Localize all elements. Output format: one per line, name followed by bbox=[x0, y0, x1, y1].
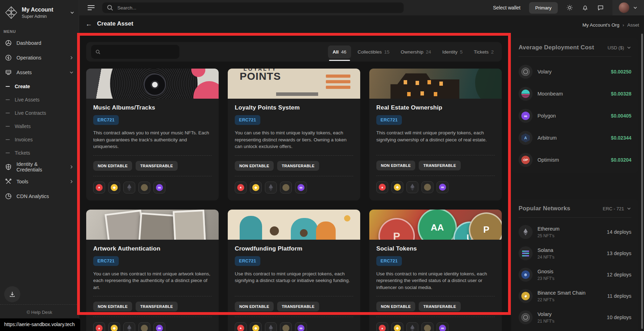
cost-row: Volary $0.00250 bbox=[519, 65, 631, 79]
subitem-dash bbox=[6, 153, 10, 153]
back-button[interactable]: ← bbox=[85, 21, 92, 27]
tab-count: 24 bbox=[426, 49, 431, 55]
chevron-down-icon bbox=[69, 70, 74, 75]
tab-label: Identity bbox=[442, 49, 458, 55]
download-button[interactable] bbox=[4, 286, 20, 302]
card-tags: NON EDITABLE TRANSFERABLE bbox=[93, 302, 212, 311]
theme-sun-icon[interactable] bbox=[566, 4, 573, 11]
sidebar-subitem-invoices[interactable]: Invoices bbox=[2, 133, 77, 146]
select-wallet-link[interactable]: Select wallet bbox=[493, 5, 521, 10]
asset-search-input[interactable] bbox=[103, 49, 175, 55]
card-tags: NON EDITABLE TRANSFERABLE bbox=[235, 302, 353, 311]
sidebar-item-assets[interactable]: Assets bbox=[2, 65, 77, 80]
tag-non-editable: NON EDITABLE bbox=[235, 161, 274, 171]
tag-transferable: TRANSFERABLE bbox=[277, 161, 319, 171]
sidebar-item-dashboard[interactable]: Dashboard bbox=[2, 36, 77, 50]
sidebar-item-operations[interactable]: Operations bbox=[2, 50, 77, 65]
category-tabs: All46 Collectibles15 Ownership24 Identit… bbox=[328, 45, 498, 58]
org-switcher[interactable]: My Account Super Admin bbox=[0, 0, 79, 24]
network-nfts: 21 NFT's bbox=[537, 319, 554, 324]
tab-all[interactable]: All46 bbox=[328, 45, 351, 58]
chevron-right-icon bbox=[69, 164, 74, 169]
network-deploys: 14 deploys bbox=[607, 229, 631, 235]
sidebar-subitem-create[interactable]: Create bbox=[2, 80, 77, 93]
erc721-badge: ERC721 bbox=[93, 115, 119, 125]
volary-icon bbox=[519, 310, 533, 324]
global-search[interactable] bbox=[102, 2, 404, 13]
card-image-token-coins: P AA U P bbox=[369, 210, 502, 240]
card-image-house bbox=[369, 69, 502, 99]
asset-search[interactable] bbox=[91, 45, 179, 59]
erc-filter-selector[interactable]: ERC - 721 bbox=[603, 206, 631, 211]
sidebar-subitem-label: Wallets bbox=[15, 124, 30, 129]
avalanche-icon: ▲ bbox=[376, 322, 388, 331]
avalanche-icon: ▲ bbox=[376, 181, 388, 193]
poster-line2: POINTS bbox=[240, 70, 281, 82]
menu-section-label: MENU bbox=[4, 29, 79, 34]
binance-icon: ◆ bbox=[250, 322, 262, 331]
network-name: Solana bbox=[537, 247, 554, 253]
sidebar-item-tools[interactable]: Tools bbox=[2, 174, 77, 189]
ethereum-icon bbox=[265, 322, 277, 331]
tag-transferable: TRANSFERABLE bbox=[136, 302, 177, 311]
network-row: Volary 21 NFT's 10 deploys bbox=[519, 310, 631, 324]
card-description: Use this contract to mint unique identit… bbox=[376, 270, 495, 291]
search-icon bbox=[95, 49, 101, 55]
tab-tickets[interactable]: Tickets2 bbox=[469, 45, 498, 58]
chat-icon[interactable] bbox=[597, 4, 604, 11]
currency-selector[interactable]: USD ($) bbox=[608, 45, 631, 50]
tab-identity[interactable]: Identity5 bbox=[438, 45, 467, 58]
klaytn-icon bbox=[138, 322, 150, 331]
network-row: Ethereum 25 NFT's 14 deploys bbox=[519, 225, 631, 239]
network-name: Optimism bbox=[537, 157, 559, 163]
sidebar-subitem-label: Invoices bbox=[15, 137, 33, 142]
sidebar-subitem-live-assets[interactable]: Live Assets bbox=[2, 93, 77, 106]
sidebar-subitem-label: Live Contracts bbox=[15, 110, 46, 116]
polygon-icon: ∞ bbox=[295, 182, 307, 193]
menu-toggle-button[interactable] bbox=[88, 4, 95, 12]
network-deploys: 13 deploys bbox=[607, 251, 631, 256]
network-deploys: 12 deploys bbox=[607, 272, 631, 277]
wallet-button[interactable]: Primary bbox=[529, 2, 558, 14]
tab-count: 5 bbox=[460, 49, 463, 55]
card-tags: NON EDITABLE TRANSFERABLE bbox=[93, 161, 212, 171]
user-menu[interactable] bbox=[612, 0, 644, 15]
asset-card-loyalty-points[interactable]: LOYALTY POINTS Loyalty Points System ERC… bbox=[228, 69, 360, 200]
tab-collectibles[interactable]: Collectibles15 bbox=[353, 45, 394, 58]
sidebar-item-identity-credentials[interactable]: Identity & Credentials bbox=[2, 160, 77, 174]
help-desk-link[interactable]: © Help Desk bbox=[0, 310, 79, 315]
sidebar-item-cdn-analytics[interactable]: CDN Analytics bbox=[2, 189, 77, 204]
assets-icon bbox=[5, 69, 12, 76]
dashboard-icon bbox=[5, 40, 12, 47]
asset-card-crowdfunding[interactable]: Crowdfunding Platform ERC721 Use this co… bbox=[228, 210, 360, 331]
asset-card-artwork-authentication[interactable]: Artwork Authentication ERC721 You can us… bbox=[86, 210, 219, 331]
tab-ownership[interactable]: Ownership24 bbox=[396, 45, 436, 58]
avatar bbox=[619, 2, 629, 13]
tab-count: 2 bbox=[491, 49, 494, 55]
divider bbox=[376, 155, 495, 155]
card-description: Use this contract to mint unique project… bbox=[235, 270, 353, 291]
network-deploys: 10 deploys bbox=[607, 315, 631, 320]
notifications-bell-icon[interactable] bbox=[582, 4, 589, 11]
search-input[interactable] bbox=[117, 5, 399, 11]
asset-card-music-albums[interactable]: Music Albums/Tracks ERC721 This contract… bbox=[86, 69, 219, 200]
breadcrumb-current: Asset bbox=[627, 22, 639, 28]
org-names: My Account Super Admin bbox=[22, 7, 66, 19]
asset-card-grid: Music Albums/Tracks ERC721 This contract… bbox=[86, 69, 502, 331]
asset-card-real-estate[interactable]: Real Estate Ownership ERC721 This contra… bbox=[369, 69, 502, 200]
breadcrumb-org[interactable]: My Account's Org bbox=[582, 22, 619, 28]
coin-p: P bbox=[378, 218, 415, 240]
network-name: Binance Smart Chain bbox=[537, 290, 585, 296]
binance-icon: ◆ bbox=[108, 182, 120, 193]
subitem-dash bbox=[6, 99, 10, 100]
card-title: Loyalty Points System bbox=[235, 104, 353, 111]
network-price: $0.03204 bbox=[611, 157, 631, 163]
download-icon bbox=[9, 291, 16, 298]
scrollbar[interactable] bbox=[641, 34, 643, 329]
sidebar-subitem-tickets[interactable]: Tickets bbox=[2, 146, 77, 160]
sidebar-subitem-live-contracts[interactable]: Live Contracts bbox=[2, 106, 77, 120]
divider bbox=[93, 296, 212, 296]
sidebar-subitem-wallets[interactable]: Wallets bbox=[2, 120, 77, 133]
asset-card-social-tokens[interactable]: P AA U P Social Tokens ERC721 Use this c… bbox=[369, 210, 502, 331]
tag-non-editable: NON EDITABLE bbox=[235, 302, 274, 311]
